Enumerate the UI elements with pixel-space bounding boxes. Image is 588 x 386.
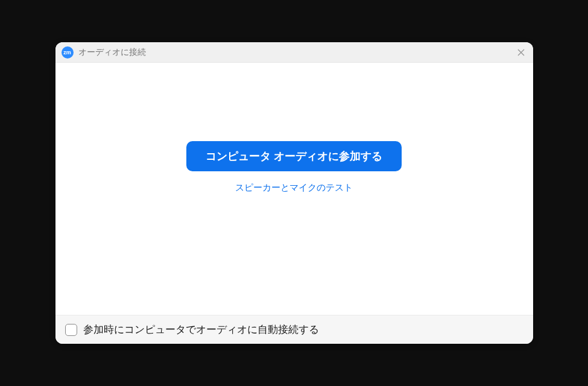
- close-button[interactable]: [515, 46, 527, 59]
- join-computer-audio-button[interactable]: コンピュータ オーディオに参加する: [186, 141, 402, 171]
- auto-connect-checkbox-wrapper[interactable]: 参加時にコンピュータでオーディオに自動接続する: [65, 323, 319, 337]
- auto-connect-checkbox-label: 参加時にコンピュータでオーディオに自動接続する: [83, 323, 319, 337]
- dialog-footer: 参加時にコンピュータでオーディオに自動接続する: [55, 315, 533, 344]
- zoom-icon: zm: [62, 46, 74, 59]
- audio-connect-dialog: zm オーディオに接続 コンピュータ オーディオに参加する スピーカーとマイクの…: [55, 42, 533, 344]
- dialog-title: オーディオに接続: [78, 47, 515, 58]
- close-icon: [516, 48, 526, 57]
- zoom-icon-text: zm: [63, 49, 71, 55]
- dialog-content: コンピュータ オーディオに参加する スピーカーとマイクのテスト: [55, 63, 533, 315]
- auto-connect-checkbox[interactable]: [65, 324, 77, 336]
- test-speaker-mic-link[interactable]: スピーカーとマイクのテスト: [235, 182, 353, 194]
- dialog-titlebar: zm オーディオに接続: [55, 42, 533, 63]
